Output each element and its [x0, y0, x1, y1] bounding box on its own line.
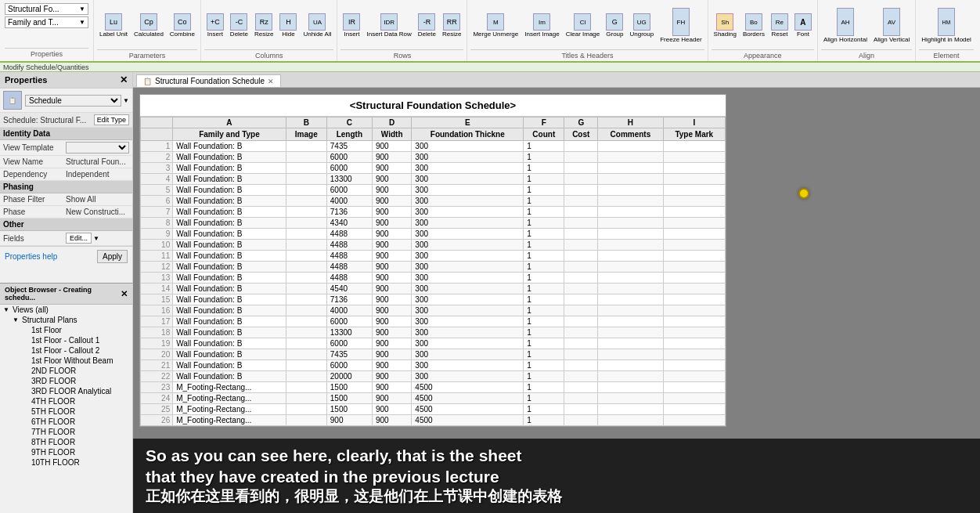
- clear-image-button[interactable]: Cl Clear Image: [564, 12, 603, 39]
- table-row[interactable]: 9Wall Foundation: B44889003001: [141, 229, 726, 240]
- table-row[interactable]: 24M_Footing-Rectang...150090045001: [141, 393, 726, 404]
- table-row[interactable]: 21Wall Foundation: B60009003001: [141, 360, 726, 371]
- dependency-label: Dependency: [3, 170, 66, 179]
- table-row[interactable]: 14Wall Foundation: B45409003001: [141, 284, 726, 294]
- resize-row-button[interactable]: RR Resize: [440, 12, 463, 39]
- properties-close-button[interactable]: ✕: [120, 74, 128, 85]
- reset-button[interactable]: Re Reset: [769, 12, 791, 39]
- tree-item[interactable]: 1st Floor: [0, 325, 132, 335]
- borders-button[interactable]: Bo Borders: [740, 12, 767, 39]
- tree-item[interactable]: ▼Structural Plans: [0, 315, 132, 325]
- table-row[interactable]: 18Wall Foundation: B133009003001: [141, 327, 726, 338]
- table-cell: Wall Foundation: B: [173, 207, 286, 218]
- table-row[interactable]: 19Wall Foundation: B60009003001: [141, 338, 726, 349]
- table-row[interactable]: 12Wall Foundation: B44889003001: [141, 262, 726, 273]
- schedule-tab-close-button[interactable]: ✕: [268, 78, 274, 85]
- insert-row-extra-button[interactable]: IDR Insert Data Row: [364, 12, 413, 39]
- family-dropdown[interactable]: Structural Fo... ▼: [5, 3, 88, 15]
- table-row[interactable]: 8Wall Foundation: B43409003001: [141, 218, 726, 229]
- table-cell: 900: [372, 174, 411, 185]
- shading-button[interactable]: Sh Shading: [712, 12, 739, 39]
- table-cell: 300: [412, 327, 524, 338]
- combine-parameters-button[interactable]: Co Combine: [168, 12, 197, 39]
- ungroup-button[interactable]: UG Ungroup: [628, 12, 657, 39]
- table-cell: 4500: [412, 393, 524, 404]
- align-vertical-button[interactable]: AV Align Vertical: [871, 6, 912, 45]
- tree-item[interactable]: ▼Views (all): [0, 305, 132, 315]
- font-button[interactable]: A Font: [792, 12, 814, 39]
- table-row[interactable]: 17Wall Foundation: B60009003001: [141, 316, 726, 327]
- insert-column-button[interactable]: +C Insert: [204, 12, 226, 39]
- calculated-parameters-button[interactable]: Cp Calculated: [132, 12, 166, 39]
- table-cell: [663, 349, 725, 360]
- tree-item[interactable]: 9TH FLOOR: [0, 447, 132, 457]
- phase-label: Phase: [3, 208, 66, 216]
- group-button[interactable]: G Group: [603, 12, 625, 39]
- label-unit-icon: Lu: [105, 13, 122, 31]
- table-cell: 1: [524, 316, 564, 327]
- align-horizontal-button[interactable]: AH Align Horizontal: [821, 6, 870, 45]
- other-section: Other: [0, 219, 132, 231]
- table-row[interactable]: 6Wall Foundation: B40009003001: [141, 196, 726, 207]
- table-row[interactable]: 3Wall Foundation: B60009003001: [141, 163, 726, 174]
- table-row[interactable]: 2Wall Foundation: B60009003001: [141, 152, 726, 163]
- tree-item[interactable]: 3RD FLOOR: [0, 376, 132, 386]
- table-row[interactable]: 7Wall Foundation: B71369003001: [141, 207, 726, 218]
- hide-column-button[interactable]: H Hide: [277, 12, 299, 39]
- schedule-type-select[interactable]: Schedule: [25, 95, 121, 107]
- merge-unmerge-button[interactable]: M Merge Unmerge: [470, 12, 521, 39]
- tree-item[interactable]: 1st Floor - Callout 1: [0, 335, 132, 345]
- delete-row-button[interactable]: -R Delete: [416, 12, 438, 39]
- table-cell: Wall Foundation: B: [173, 327, 286, 338]
- delete-column-button[interactable]: -C Delete: [228, 12, 250, 39]
- table-row[interactable]: 23M_Footing-Rectang...150090045001: [141, 382, 726, 393]
- table-row[interactable]: 5Wall Foundation: B60009003001: [141, 185, 726, 196]
- ribbon-section-label-parameters: Parameters: [97, 49, 197, 60]
- tree-item[interactable]: 5TH FLOOR: [0, 406, 132, 417]
- table-row[interactable]: 11Wall Foundation: B44889003001: [141, 251, 726, 262]
- browser-close-button[interactable]: ✕: [121, 289, 128, 299]
- tree-item[interactable]: 1st Floor - Callout 2: [0, 345, 132, 356]
- unhide-all-button[interactable]: UA Unhide All: [301, 12, 333, 39]
- table-cell: Wall Foundation: B: [173, 305, 286, 316]
- insert-row-extra-icon: IDR: [380, 13, 398, 31]
- table-cell: [598, 415, 663, 426]
- schedule-tab[interactable]: 📋 Structural Foundation Schedule ✕: [136, 74, 281, 87]
- tree-item[interactable]: 1st Floor Without Beam: [0, 356, 132, 366]
- table-row[interactable]: 10Wall Foundation: B44889003001: [141, 240, 726, 251]
- tree-item[interactable]: 7TH FLOOR: [0, 427, 132, 437]
- highlight-in-model-button[interactable]: HM Highlight in Model: [919, 6, 974, 45]
- insert-image-button[interactable]: Im Insert Image: [522, 12, 561, 39]
- identity-data-section: Identity Data: [0, 128, 132, 140]
- table-row[interactable]: 15Wall Foundation: B71369003001: [141, 294, 726, 305]
- table-row[interactable]: 25M_Footing-Rectang...150090045001: [141, 404, 726, 415]
- tree-item[interactable]: 2ND FLOOR: [0, 366, 132, 376]
- fields-edit-button[interactable]: Edit...: [66, 233, 92, 244]
- table-row[interactable]: 20Wall Foundation: B74359003001: [141, 349, 726, 360]
- tree-item[interactable]: 6TH FLOOR: [0, 417, 132, 427]
- insert-data-row-button[interactable]: IR Insert: [340, 12, 362, 39]
- freeze-header-button[interactable]: FH Freeze Header: [658, 6, 704, 45]
- properties-help-link[interactable]: Properties help: [5, 252, 57, 261]
- view-template-select[interactable]: [66, 142, 129, 154]
- tree-item[interactable]: 10TH FLOOR: [0, 457, 132, 468]
- apply-button[interactable]: Apply: [97, 250, 128, 263]
- resize-column-button[interactable]: Rz Resize: [252, 12, 276, 39]
- tree-item[interactable]: 8TH FLOOR: [0, 437, 132, 447]
- edit-type-button[interactable]: Edit Type: [94, 114, 129, 125]
- tree-item[interactable]: 3RD FLOOR Analytical: [0, 386, 132, 396]
- tree-item[interactable]: 4TH FLOOR: [0, 396, 132, 406]
- table-row[interactable]: 13Wall Foundation: B44889003001: [141, 273, 726, 284]
- table-cell: 900: [372, 327, 411, 338]
- table-cell: [286, 404, 326, 415]
- table-cell: [598, 305, 663, 316]
- family-type-dropdown[interactable]: Family and T... ▼: [5, 16, 88, 28]
- table-row[interactable]: 22Wall Foundation: B200009003001: [141, 371, 726, 382]
- table-row[interactable]: 4Wall Foundation: B133009003001: [141, 174, 726, 185]
- table-row[interactable]: 16Wall Foundation: B40009003001: [141, 305, 726, 316]
- label-unit-button[interactable]: Lu Label Unit: [97, 12, 130, 39]
- table-cell: 1: [524, 141, 564, 152]
- table-row[interactable]: 26M_Footing-Rectang...90090045001: [141, 415, 726, 426]
- table-cell: 6000: [326, 316, 372, 327]
- table-row[interactable]: 1Wall Foundation: B74359003001: [141, 141, 726, 152]
